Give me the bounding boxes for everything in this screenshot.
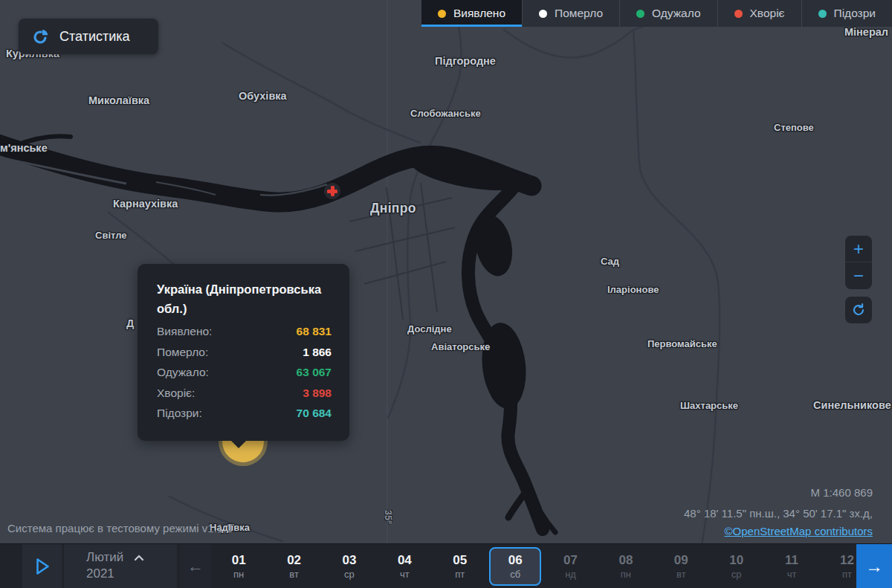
timeline-bar: Лютий 2021 ← 01 пн 02 вт bbox=[0, 543, 892, 588]
map-label: Степове bbox=[774, 122, 814, 133]
legend-tab[interactable]: Підозри bbox=[801, 0, 892, 27]
timeline-day[interactable]: 05 пт bbox=[433, 544, 488, 588]
day-number: 01 bbox=[232, 553, 246, 568]
timeline-day[interactable]: 06 сб bbox=[489, 547, 541, 586]
legend-tab[interactable]: Померло bbox=[522, 0, 619, 27]
day-of-week: пт bbox=[842, 569, 852, 581]
day-number: 10 bbox=[729, 553, 743, 568]
map-label: Мінерал bbox=[844, 26, 888, 38]
legend-tab-label: Виявлено bbox=[453, 7, 505, 20]
timeline-days: 01 пн 02 вт 03 ср 04 чт bbox=[211, 544, 892, 588]
map-label: Підгородне bbox=[435, 55, 496, 67]
refresh-button[interactable] bbox=[845, 297, 872, 323]
tooltip-stat-row: Виявлено: 68 831 bbox=[157, 325, 332, 346]
tooltip-rows: Виявлено: 68 831 Померло: 1 866 Одужало:… bbox=[157, 325, 332, 427]
map-scale: М 1:460 869 bbox=[684, 486, 873, 500]
timeline-day[interactable]: 04 чт bbox=[377, 544, 432, 588]
pie-chart-icon bbox=[32, 28, 50, 45]
timeline-day[interactable]: 08 пн bbox=[598, 544, 653, 588]
timeline-day[interactable]: 03 ср bbox=[322, 544, 377, 588]
stat-label: Хворіє: bbox=[157, 387, 195, 400]
tooltip-arrow bbox=[230, 440, 247, 448]
day-number: 08 bbox=[618, 553, 633, 568]
day-of-week: ср bbox=[731, 569, 742, 581]
day-number: 02 bbox=[287, 553, 301, 568]
osm-attribution-link[interactable]: ©OpenStreetMap contributors bbox=[725, 525, 873, 537]
stat-label: Виявлено: bbox=[157, 325, 212, 338]
month-selector[interactable]: Лютий 2021 bbox=[64, 544, 177, 588]
prev-week-button[interactable]: ← bbox=[180, 544, 211, 588]
day-number: 09 bbox=[674, 553, 688, 568]
legend-tab[interactable]: Виявлено bbox=[421, 0, 522, 27]
map-label: Карнаухівка bbox=[113, 198, 178, 210]
tooltip-stat-row: Підозри: 70 684 bbox=[157, 407, 332, 427]
legend-bar: Виявлено Померло Одужало Хворіє Підозри bbox=[421, 0, 892, 27]
stat-label: Померло: bbox=[157, 346, 208, 359]
statistics-button-label: Статистика bbox=[59, 29, 130, 45]
statistics-button[interactable]: Статистика bbox=[19, 19, 158, 54]
day-number: 06 bbox=[508, 553, 523, 568]
day-number: 07 bbox=[563, 553, 578, 568]
timeline-day[interactable]: 10 ср bbox=[709, 544, 764, 588]
play-icon bbox=[34, 557, 51, 576]
system-status-text: Система працює в тестовому режимі v1.1.3 bbox=[7, 522, 233, 534]
map-label: Первомайське bbox=[647, 338, 717, 349]
map-label: Дніпро bbox=[370, 201, 416, 216]
legend-tab-label: Одужало bbox=[652, 7, 701, 20]
day-of-week: пт bbox=[455, 569, 465, 581]
map-label: Іларіонове bbox=[607, 284, 659, 295]
timeline-day[interactable]: 09 вт bbox=[653, 544, 708, 588]
day-of-week: пн bbox=[621, 569, 631, 581]
stat-value: 70 684 bbox=[297, 407, 332, 420]
day-of-week: чт bbox=[787, 569, 797, 581]
map-label: Дослідне bbox=[407, 323, 452, 335]
stat-value: 3 898 bbox=[303, 387, 332, 400]
day-of-week: ср bbox=[344, 569, 355, 581]
legend-dot-icon bbox=[539, 10, 547, 18]
map-label: Синельникове bbox=[813, 399, 891, 411]
map-label: Обухівка bbox=[239, 90, 287, 102]
day-of-week: чт bbox=[400, 569, 410, 581]
day-of-week: вт bbox=[289, 569, 299, 581]
day-of-week: пн bbox=[233, 569, 244, 581]
tooltip-stat-row: Одужало: 63 067 bbox=[157, 366, 332, 387]
legend-tab-label: Підозри bbox=[834, 7, 876, 20]
stat-value: 63 067 bbox=[297, 366, 332, 379]
next-week-button[interactable]: → bbox=[856, 544, 892, 588]
timeline-day[interactable]: 11 чт bbox=[764, 544, 819, 588]
hospital-cross-icon bbox=[324, 183, 340, 199]
stat-label: Підозри: bbox=[157, 407, 202, 420]
map-label: Світле bbox=[95, 230, 127, 241]
map-label: Авіаторське bbox=[431, 341, 490, 352]
region-tooltip: Україна (Дніпропетровська обл.) Виявлено… bbox=[138, 264, 349, 441]
month-name: Лютий bbox=[86, 550, 123, 565]
legend-tab[interactable]: Хворіє bbox=[717, 0, 801, 27]
zoom-out-button[interactable]: − bbox=[845, 262, 872, 289]
map-label: м'янське bbox=[0, 142, 48, 154]
legend-dot-icon bbox=[818, 10, 827, 18]
map-label: Д bbox=[126, 317, 134, 329]
tooltip-stat-row: Померло: 1 866 bbox=[157, 346, 332, 366]
zoom-in-button[interactable]: + bbox=[845, 236, 872, 262]
chevron-up-icon bbox=[134, 555, 144, 561]
map-coordinates: 48° 18' 11.5" пн.ш., 34° 50' 17.1" зх.д, bbox=[684, 507, 873, 520]
timeline-day[interactable]: 02 вт bbox=[266, 544, 321, 588]
legend-dot-icon bbox=[636, 10, 644, 18]
timeline-day[interactable]: 01 пн bbox=[211, 544, 266, 588]
stat-label: Одужало: bbox=[157, 366, 209, 379]
map-label: Шахтарське bbox=[680, 400, 738, 411]
timeline-day[interactable]: 07 нд bbox=[543, 544, 598, 588]
day-of-week: вт bbox=[676, 569, 686, 581]
day-number: 12 bbox=[840, 553, 854, 568]
play-button[interactable] bbox=[22, 544, 62, 588]
map-label: Миколаївка bbox=[88, 94, 149, 106]
legend-dot-icon bbox=[438, 10, 446, 18]
meridian-degree-label: 35° bbox=[383, 510, 393, 524]
refresh-icon bbox=[851, 303, 866, 317]
legend-tab-label: Хворіє bbox=[750, 7, 785, 20]
day-of-week: сб bbox=[510, 569, 520, 581]
zoom-controls: + − bbox=[845, 236, 872, 289]
legend-tab[interactable]: Одужало bbox=[619, 0, 717, 27]
map-label: Сад bbox=[601, 256, 619, 267]
day-of-week: нд bbox=[565, 569, 576, 581]
